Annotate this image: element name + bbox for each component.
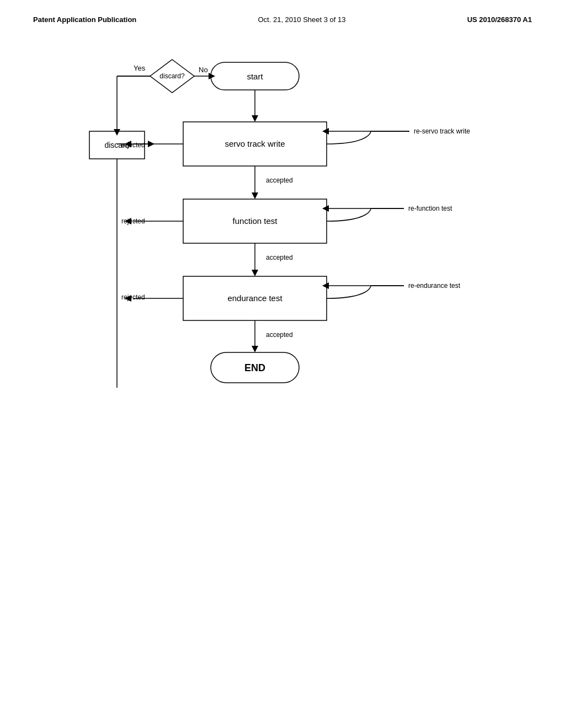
accepted2-label: accepted xyxy=(266,254,293,261)
header-patent-number: US 2010/268370 A1 xyxy=(467,15,532,24)
no-label: No xyxy=(199,66,208,74)
start-label: start xyxy=(247,72,263,81)
accepted3-label: accepted xyxy=(266,331,293,339)
rejected1-label: rejected xyxy=(121,141,145,149)
accepted1-label: accepted xyxy=(266,176,293,184)
rejected3-label: rejected xyxy=(121,293,145,301)
header-publication-label: Patent Application Publication xyxy=(33,15,136,24)
re-servo-label: re-servo track write xyxy=(414,127,470,135)
re-endurance-label: re-endurance test xyxy=(408,282,461,290)
servo-track-write-label: servo track write xyxy=(225,139,285,148)
svg-marker-8 xyxy=(252,270,258,276)
svg-marker-5 xyxy=(252,192,258,199)
endurance-test-label: endurance test xyxy=(227,293,282,303)
figure-container: start servo track write accepted functio… xyxy=(62,46,503,476)
discard-question-label: discard? xyxy=(159,72,185,80)
svg-marker-2 xyxy=(252,115,258,122)
svg-marker-11 xyxy=(252,346,258,352)
flowchart-svg: start servo track write accepted functio… xyxy=(62,46,503,476)
page-header: Patent Application Publication Oct. 21, … xyxy=(0,0,565,24)
function-test-label: function test xyxy=(233,216,278,226)
header-date-sheet: Oct. 21, 2010 Sheet 3 of 13 xyxy=(258,15,345,24)
re-function-label: re-function test xyxy=(408,205,452,212)
yes-label: Yes xyxy=(134,64,146,72)
end-label: END xyxy=(244,362,265,373)
page: Patent Application Publication Oct. 21, … xyxy=(0,0,565,728)
